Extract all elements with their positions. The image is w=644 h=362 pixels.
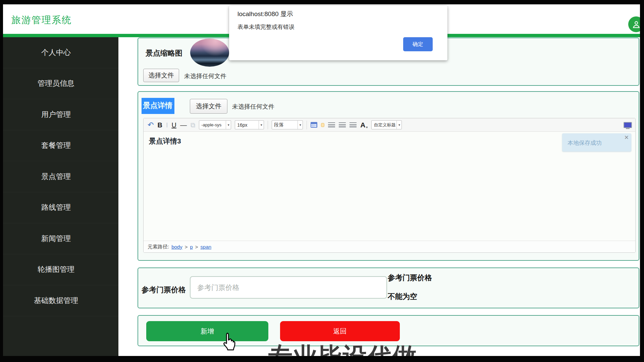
chevron-down-icon: ▾	[366, 125, 368, 129]
local-save-toast: 本地保存成功	[562, 133, 631, 152]
detail-section: 景点详情 选择文件 未选择任何文件 ↶ B I U — ⧉ -apple-sys…	[138, 91, 639, 261]
letterbox-right	[640, 0, 644, 362]
paragraph-value: 段落	[272, 122, 298, 128]
sidebar-item-route-mgmt[interactable]: 路线管理	[3, 192, 118, 224]
editor-content-area[interactable]: 景点详情3	[144, 132, 635, 241]
price-error-line2: 不能为空	[388, 292, 417, 302]
letterbox-left	[0, 0, 3, 362]
font-color-label: A	[360, 121, 365, 129]
back-button[interactable]: 返回	[280, 321, 400, 341]
chevron-down-icon	[298, 121, 303, 129]
paste-icon[interactable]: ⧉	[191, 122, 195, 128]
toolbar-divider	[307, 121, 307, 129]
sidebar-item-carousel-mgmt[interactable]: 轮播图管理	[3, 254, 118, 286]
rich-text-editor: ↶ B I U — ⧉ -apple-sys 16px 段落	[143, 118, 636, 253]
price-label: 参考门票价格	[142, 285, 186, 295]
editor-element-path-bar: 元素路径: body > p > span	[144, 241, 635, 252]
font-family-select[interactable]: -apple-sys	[199, 120, 231, 129]
chevron-down-icon	[226, 121, 231, 129]
letterbox-bottom	[0, 356, 644, 362]
align-right-icon[interactable]	[339, 122, 346, 127]
app-title: 旅游管理系统	[11, 14, 72, 26]
thumbnail-no-file-text: 未选择任何文件	[184, 72, 226, 80]
bold-button[interactable]: B	[157, 122, 162, 128]
sidebar-item-package-mgmt[interactable]: 套餐管理	[3, 130, 118, 162]
close-icon[interactable]	[624, 134, 629, 141]
font-size-value: 16px	[235, 122, 259, 128]
price-error-line1: 参考门票价格	[388, 273, 432, 283]
align-center-icon[interactable]	[328, 122, 335, 127]
thumbnail-label: 景点缩略图	[146, 48, 182, 58]
dialog-ok-button[interactable]: 确定	[403, 37, 433, 51]
thumbnail-choose-file-button[interactable]: 选择文件	[143, 69, 179, 82]
element-path-label: 元素路径:	[148, 244, 169, 250]
paragraph-format-select[interactable]: 段落	[272, 120, 303, 129]
sidebar-item-news-mgmt[interactable]: 新闻管理	[3, 223, 118, 254]
undo-icon[interactable]: ↶	[148, 121, 154, 129]
sidebar-item-basic-data-mgmt[interactable]: 基础数据管理	[3, 285, 118, 316]
detail-no-file-text: 未选择任何文件	[232, 103, 274, 111]
align-left-button-active[interactable]	[321, 123, 324, 127]
font-family-value: -apple-sys	[199, 122, 226, 127]
strikethrough-button[interactable]: —	[180, 122, 187, 128]
insert-table-icon[interactable]	[311, 122, 317, 128]
sidebar-item-user-mgmt[interactable]: 用户管理	[3, 99, 118, 130]
italic-button[interactable]: I	[166, 122, 168, 128]
editor-text: 景点详情3	[149, 136, 630, 146]
dialog-title: localhost:8080 显示	[237, 10, 293, 18]
chevron-down-icon	[259, 121, 264, 129]
path-link-p[interactable]: p	[190, 244, 193, 250]
sidebar-item-personal-center[interactable]: 个人中心	[3, 37, 118, 68]
detail-label-selected: 景点详情	[142, 98, 174, 114]
justify-icon[interactable]	[350, 122, 357, 127]
detail-choose-file-button[interactable]: 选择文件	[190, 99, 227, 114]
sidebar-item-scenic-mgmt[interactable]: 景点管理	[3, 161, 118, 192]
custom-heading-value: 自定义标题	[372, 122, 396, 128]
custom-heading-select[interactable]: 自定义标题	[371, 120, 402, 129]
toolbar-divider	[268, 121, 268, 129]
person-icon	[632, 20, 641, 29]
path-link-body[interactable]: body	[171, 244, 182, 250]
font-size-select[interactable]: 16px	[235, 120, 264, 129]
sidebar-item-admin-info[interactable]: 管理员信息	[3, 68, 118, 100]
price-input[interactable]	[190, 276, 387, 299]
path-link-span[interactable]: span	[201, 244, 212, 250]
path-separator: >	[195, 244, 198, 250]
browser-alert-dialog: localhost:8080 显示 表单未填完整或有错误 确定	[229, 6, 447, 60]
toast-message: 本地保存成功	[568, 139, 602, 147]
price-section: 参考门票价格 参考门票价格 不能为空	[138, 267, 639, 308]
fullscreen-monitor-icon[interactable]	[624, 122, 632, 128]
letterbox-top	[0, 0, 644, 4]
chevron-down-icon	[396, 121, 401, 129]
add-button[interactable]: 新增	[146, 321, 268, 341]
underline-button[interactable]: U	[171, 122, 176, 128]
editor-toolbar: ↶ B I U — ⧉ -apple-sys 16px 段落	[144, 118, 635, 132]
sidebar-nav: 个人中心 管理员信息 用户管理 套餐管理 景点管理 路线管理 新闻管理 轮播图管…	[3, 37, 118, 356]
dialog-message: 表单未填完整或有错误	[237, 23, 294, 31]
scenic-thumbnail-image	[190, 39, 229, 67]
path-separator: >	[185, 244, 188, 250]
font-color-button[interactable]: A ▾	[360, 121, 368, 129]
travel-admin-screen: 旅游管理系统 个人中心 管理员信息 用户管理 套餐管理 景点管理 路线管理 新闻…	[0, 0, 644, 362]
